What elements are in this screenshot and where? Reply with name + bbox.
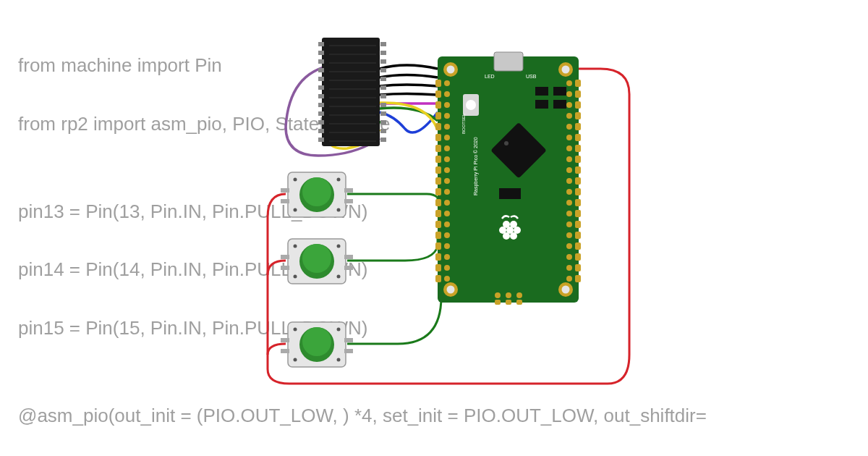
svg-point-63 xyxy=(337,328,341,332)
svg-point-40 xyxy=(294,178,297,182)
svg-point-164 xyxy=(566,200,572,206)
push-button-2 xyxy=(281,239,353,284)
svg-point-131 xyxy=(444,254,450,260)
svg-point-51 xyxy=(294,245,297,248)
svg-rect-137 xyxy=(575,112,581,119)
svg-point-132 xyxy=(444,265,450,271)
svg-rect-111 xyxy=(435,242,441,250)
svg-rect-2 xyxy=(380,42,386,46)
svg-point-41 xyxy=(337,178,341,182)
svg-point-130 xyxy=(444,243,450,249)
svg-rect-11 xyxy=(318,85,324,90)
svg-point-159 xyxy=(566,145,572,151)
svg-rect-9 xyxy=(318,77,324,81)
svg-point-153 xyxy=(566,80,572,86)
svg-point-158 xyxy=(566,135,572,140)
svg-point-127 xyxy=(444,211,450,216)
svg-point-160 xyxy=(566,156,572,162)
svg-point-94 xyxy=(503,232,510,240)
svg-rect-106 xyxy=(435,188,441,195)
svg-point-122 xyxy=(444,156,450,162)
svg-point-166 xyxy=(566,221,572,227)
svg-point-76 xyxy=(447,286,455,294)
svg-rect-98 xyxy=(435,101,441,109)
svg-point-120 xyxy=(444,135,450,140)
svg-rect-136 xyxy=(575,101,581,109)
svg-rect-103 xyxy=(435,156,441,163)
svg-rect-55 xyxy=(281,255,289,259)
svg-rect-1 xyxy=(318,42,324,46)
svg-point-50 xyxy=(302,244,331,273)
svg-rect-22 xyxy=(380,129,386,133)
led-label: LED xyxy=(485,74,495,79)
svg-point-173 xyxy=(506,292,511,298)
svg-point-126 xyxy=(444,200,450,206)
svg-point-128 xyxy=(444,221,450,227)
svg-point-162 xyxy=(566,178,572,184)
svg-rect-144 xyxy=(575,188,581,195)
svg-point-156 xyxy=(566,113,572,119)
svg-rect-3 xyxy=(318,51,324,55)
svg-rect-56 xyxy=(344,255,353,259)
svg-point-165 xyxy=(566,211,572,216)
svg-point-95 xyxy=(510,232,517,240)
svg-point-54 xyxy=(337,275,341,279)
svg-point-65 xyxy=(337,358,341,362)
svg-rect-175 xyxy=(495,300,501,305)
svg-point-53 xyxy=(294,275,297,279)
bootsel-label: BOOTSEL xyxy=(461,113,466,134)
svg-point-118 xyxy=(444,113,450,119)
svg-rect-15 xyxy=(318,103,324,107)
svg-point-172 xyxy=(495,292,501,298)
svg-rect-134 xyxy=(575,80,581,87)
svg-point-163 xyxy=(566,189,572,195)
svg-rect-96 xyxy=(435,80,441,87)
svg-point-167 xyxy=(566,232,572,238)
svg-point-174 xyxy=(516,292,522,298)
svg-rect-108 xyxy=(435,210,441,217)
svg-point-154 xyxy=(566,91,572,97)
svg-rect-85 xyxy=(553,87,566,96)
svg-point-74 xyxy=(562,66,570,74)
svg-rect-23 xyxy=(318,138,324,142)
svg-point-62 xyxy=(294,328,297,332)
svg-rect-149 xyxy=(575,242,581,250)
svg-rect-142 xyxy=(575,166,581,174)
svg-rect-7 xyxy=(318,68,324,72)
svg-point-117 xyxy=(444,102,450,108)
svg-point-133 xyxy=(444,276,450,282)
svg-rect-87 xyxy=(553,100,566,109)
push-button-3 xyxy=(281,322,353,367)
svg-point-42 xyxy=(294,208,297,212)
svg-point-83 xyxy=(504,141,509,145)
svg-rect-5 xyxy=(318,59,324,64)
svg-rect-58 xyxy=(344,266,353,270)
svg-point-125 xyxy=(444,189,450,195)
svg-rect-13 xyxy=(318,94,324,98)
svg-rect-10 xyxy=(380,77,386,81)
svg-rect-112 xyxy=(435,253,441,261)
svg-rect-24 xyxy=(380,138,386,142)
svg-rect-86 xyxy=(535,100,548,109)
svg-rect-113 xyxy=(435,264,441,271)
svg-rect-8 xyxy=(380,68,386,72)
svg-point-61 xyxy=(302,327,331,356)
svg-point-72 xyxy=(447,66,455,74)
svg-rect-57 xyxy=(281,266,289,270)
svg-point-157 xyxy=(566,124,572,130)
svg-rect-14 xyxy=(380,94,386,98)
board-copyright: Raspberry Pi Pico © 2020 xyxy=(473,137,479,195)
svg-point-155 xyxy=(566,102,572,108)
svg-rect-16 xyxy=(380,103,386,107)
svg-point-52 xyxy=(337,245,341,248)
svg-rect-88 xyxy=(499,188,521,199)
svg-rect-107 xyxy=(435,199,441,206)
svg-rect-97 xyxy=(435,90,441,98)
svg-rect-17 xyxy=(318,111,324,116)
svg-rect-145 xyxy=(575,199,581,206)
svg-rect-20 xyxy=(380,120,386,124)
svg-rect-69 xyxy=(344,349,353,353)
svg-point-123 xyxy=(444,167,450,173)
svg-rect-140 xyxy=(575,145,581,152)
svg-rect-4 xyxy=(380,51,386,55)
